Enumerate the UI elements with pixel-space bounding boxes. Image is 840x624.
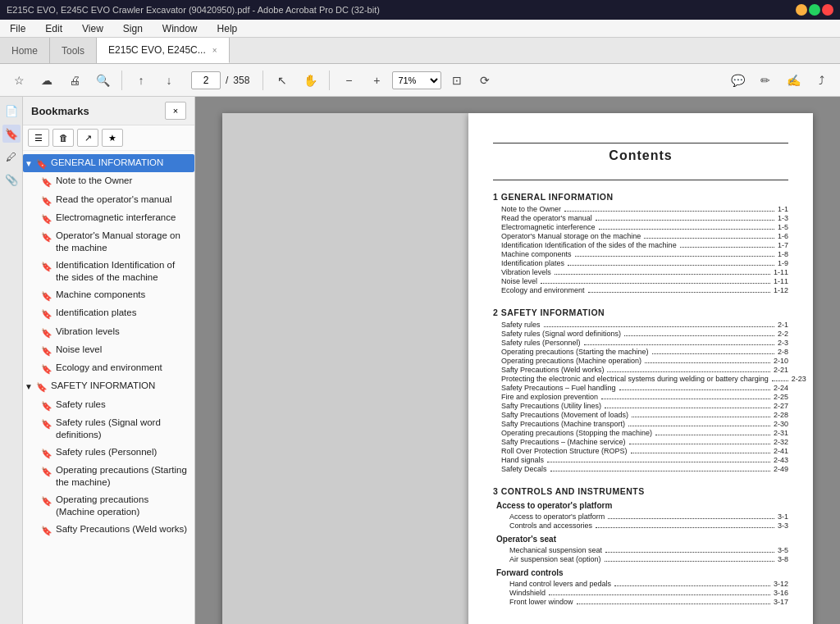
sidebar-item-noise[interactable]: 🔖 Noise level: [23, 341, 194, 359]
page-navigation: / 358: [191, 71, 249, 89]
sidebar-item-label: Safety rules (Signal word definitions): [56, 417, 189, 441]
fit-page-button[interactable]: ⊡: [445, 68, 469, 93]
menu-edit[interactable]: Edit: [40, 21, 67, 36]
share-button[interactable]: ⤴: [809, 68, 833, 93]
sidebar-section-label: GENERAL INFORMATION: [51, 157, 189, 169]
toc-entry: Safty Precautions – (Machine service) 2-…: [493, 438, 788, 446]
toc-entry: Operating precautions (Starting the mach…: [493, 348, 788, 356]
attachments-panel-button[interactable]: 📎: [2, 171, 21, 189]
sidebar-item-label: Vibration levels: [56, 326, 189, 338]
sidebar-item-safety-rules[interactable]: 🔖 Safety rules: [23, 396, 194, 414]
sidebar-item-operating-machine[interactable]: 🔖 Operating precautions (Machine operati…: [23, 491, 194, 521]
next-page-button[interactable]: ↓: [157, 68, 181, 93]
tab-home[interactable]: Home: [0, 38, 50, 63]
toc-controls-seat-header: Operator's seat: [496, 535, 788, 544]
sidebar-item-safety-personnel[interactable]: 🔖 Safety rules (Personnel): [23, 444, 194, 462]
toc-entry: Operator's Manual storage on the machine…: [493, 232, 788, 240]
zoom-select[interactable]: 71% 50% 75% 100% 125% 150%: [392, 71, 441, 89]
toc-subentry: Controls and accessories 3-3: [493, 522, 788, 530]
toc-entry: Safety rules 2-1: [493, 321, 788, 329]
close-button[interactable]: [822, 4, 833, 16]
menu-file[interactable]: File: [5, 21, 30, 36]
sidebar-item-general-information[interactable]: ▼ 🔖 GENERAL INFORMATION: [23, 154, 194, 172]
toc-entry: Electromagnetic interference 1-5: [493, 223, 788, 231]
bookmark-icon-sub: 🔖: [41, 195, 52, 207]
page-separator: /: [226, 75, 228, 86]
sidebar-item-label: Safty Precautions (Weld works): [56, 523, 189, 535]
left-icon-bar: 📄 🔖 🖊 📎: [0, 97, 23, 624]
sidebar-content[interactable]: ▼ 🔖 GENERAL INFORMATION 🔖 Note to the Ow…: [23, 151, 194, 624]
sidebar-item-safety-weld[interactable]: 🔖 Safty Precautions (Weld works): [23, 521, 194, 539]
sidebar-menu-button[interactable]: ☰: [28, 129, 49, 147]
sidebar-delete-button[interactable]: 🗑: [52, 129, 74, 147]
sign-button[interactable]: ✍: [781, 68, 806, 93]
zoom-out-button[interactable]: −: [336, 68, 361, 93]
sidebar-item-safety-information[interactable]: ▼ 🔖 SAFETY INFORMATION: [23, 377, 194, 395]
toc-subentry: Mechanical suspension seat 3-5: [493, 546, 788, 554]
pen-button[interactable]: ✏: [753, 68, 778, 93]
toc-subentry: Air suspension seat (option) 3-8: [493, 555, 788, 563]
toolbar-right: 💬 ✏ ✍ ⤴: [725, 68, 833, 93]
print-button[interactable]: 🖨: [62, 68, 87, 93]
bookmark-icon-safety: 🔖: [36, 381, 48, 393]
sidebar-item-vibration[interactable]: 🔖 Vibration levels: [23, 323, 194, 341]
bookmarks-panel-button[interactable]: 🔖: [2, 125, 21, 143]
sidebar-expand-button[interactable]: ↗: [77, 129, 98, 147]
toc-subentry: Front lower window 3-17: [493, 598, 788, 606]
maximize-button[interactable]: [809, 4, 820, 16]
bookmark-button[interactable]: ☆: [7, 68, 31, 93]
bookmark-icon-sub: 🔖: [41, 213, 52, 225]
cursor-tool-button[interactable]: ↖: [270, 68, 294, 93]
window-title: E215C EVO, E245C EVO Crawler Excavator (…: [7, 5, 796, 15]
sidebar-item-label: Machine components: [56, 289, 189, 301]
window-controls[interactable]: [796, 4, 833, 16]
tab-tools-label: Tools: [62, 45, 84, 57]
minimize-button[interactable]: [796, 4, 807, 16]
toc-entry: Machine components 1-8: [493, 250, 788, 258]
comment-button[interactable]: 💬: [725, 68, 750, 93]
page-input[interactable]: [191, 71, 221, 89]
bookmark-icon-sub: 🔖: [41, 495, 52, 507]
sidebar-item-identification-plates[interactable]: 🔖 Identification plates: [23, 304, 194, 322]
sidebar-item-note-to-owner[interactable]: 🔖 Note to the Owner: [23, 172, 194, 190]
pdf-viewer[interactable]: Contents 1 GENERAL INFORMATION Note to t…: [195, 97, 840, 624]
sidebar-item-label: Identification Identification of the sid…: [56, 259, 189, 284]
sidebar-title: Bookmarks: [31, 105, 89, 117]
menu-help[interactable]: Help: [212, 21, 243, 36]
search-button[interactable]: 🔍: [90, 68, 115, 93]
menu-sign[interactable]: Sign: [118, 21, 148, 36]
cloud-button[interactable]: ☁: [34, 68, 59, 93]
hand-tool-button[interactable]: ✋: [298, 68, 322, 93]
chevron-down-icon-2: ▼: [25, 381, 36, 392]
pages-panel-button[interactable]: 📄: [2, 102, 21, 120]
annotations-panel-button[interactable]: 🖊: [2, 148, 21, 166]
zoom-in-button[interactable]: +: [364, 68, 389, 93]
prev-page-button[interactable]: ↑: [129, 68, 153, 93]
toc-entry: Safety Precautions – Fuel handling 2-24: [493, 384, 788, 392]
bookmark-icon-sub: 🔖: [41, 400, 52, 412]
sidebar-item-read-operators-manual[interactable]: 🔖 Read the operator's manual: [23, 191, 194, 209]
sidebar-star-button[interactable]: ★: [102, 129, 123, 147]
sidebar-item-storage[interactable]: 🔖 Operator's Manual storage on the machi…: [23, 227, 194, 257]
sidebar-item-electromagnetic[interactable]: 🔖 Electromagnetic interferance: [23, 209, 194, 227]
sidebar-item-ecology[interactable]: 🔖 Ecology and environment: [23, 359, 194, 377]
sidebar-close-button[interactable]: ×: [165, 102, 186, 120]
bookmark-icon-sub: 🔖: [41, 448, 52, 459]
toc-entry: Fire and explosion prevention 2-25: [493, 393, 788, 401]
tab-tools[interactable]: Tools: [50, 38, 97, 63]
rotate-button[interactable]: ⟳: [472, 68, 497, 93]
sidebar-item-safety-signal[interactable]: 🔖 Safety rules (Signal word definitions): [23, 414, 194, 444]
menu-window[interactable]: Window: [158, 21, 203, 36]
menu-view[interactable]: View: [77, 21, 108, 36]
sidebar-item-label: Operator's Manual storage on the machine: [56, 230, 189, 254]
tab-document[interactable]: E215C EVO, E245C... ×: [97, 38, 230, 63]
toc-controls-platform-header: Access to operator's platform: [496, 501, 788, 510]
sidebar-item-machine-components[interactable]: 🔖 Machine components: [23, 286, 194, 304]
sidebar-item-identification-sides[interactable]: 🔖 Identification Identification of the s…: [23, 257, 194, 286]
bookmark-icon-sub: 🔖: [41, 466, 52, 477]
sidebar-item-operating-starting[interactable]: 🔖 Operating precautions (Starting the ma…: [23, 462, 194, 491]
tab-document-label: E215C EVO, E245C...: [108, 44, 206, 56]
toc-subentry: Hand control levers and pedals 3-12: [493, 580, 788, 588]
tab-close-icon[interactable]: ×: [212, 46, 217, 55]
bookmark-icon-sub: 🔖: [41, 308, 52, 320]
